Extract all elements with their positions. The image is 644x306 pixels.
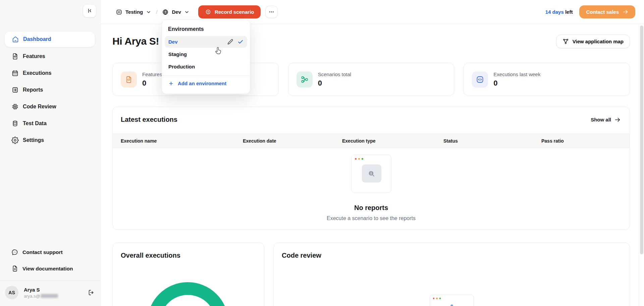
project-selector[interactable]: Testing [116,9,151,15]
contact-sales-button[interactable]: Contact sales [579,5,635,18]
chevron-down-icon [184,9,190,15]
traffic-lights [355,158,363,160]
empty-state: No reports Execute a scenario to see the… [113,148,630,221]
breadcrumb-separator: / [156,9,157,15]
scenario-tree-icon [297,71,313,88]
contact-support-link[interactable]: Contact support [0,244,100,260]
environment-option-label: Staging [168,51,187,57]
footer-link-label: View documentation [22,266,73,272]
sidebar: Dashboard Features Executions Reports [0,0,101,306]
add-environment-label: Add an environment [178,81,226,86]
logout-icon[interactable] [88,289,95,296]
column-header: Status [443,138,541,144]
latest-executions-card: Latest executions Show all Execution nam… [112,107,630,230]
chat-icon [11,249,18,256]
pencil-icon[interactable] [227,39,233,45]
sidebar-item-code-review[interactable]: Code Review [0,98,100,115]
feature-file-icon [121,71,137,88]
page-scrollbar-track[interactable] [639,24,644,306]
illustration-tile [362,164,381,183]
record-scenario-button[interactable]: Record scenario [198,5,261,18]
sidebar-item-reports[interactable]: Reports [0,82,100,98]
sidebar-item-label: Executions [23,70,51,76]
environment-option-dev[interactable]: Dev [165,36,247,48]
latest-executions-header: Latest executions Show all [113,107,630,123]
sidebar-item-label: Code Review [23,104,56,110]
add-environment-button[interactable]: Add an environment [165,76,247,91]
column-header: Pass ratio [541,138,622,144]
code-icon [472,71,488,88]
view-application-map-label: View application map [573,39,624,44]
plus-icon [168,81,174,86]
project-label: Testing [125,9,143,15]
green-dot [362,158,363,160]
green-dot [439,298,441,299]
environment-selector[interactable]: Dev [162,9,190,15]
report-list-icon [11,86,19,94]
show-all-link[interactable]: Show all [591,116,621,123]
sidebar-item-executions[interactable]: Executions [0,65,100,82]
page-scrollbar-thumb[interactable] [640,26,643,254]
ellipsis-icon [268,9,275,15]
sidebar-item-dashboard[interactable]: Dashboard [4,31,95,47]
sidebar-nav: Dashboard Features Executions Reports [0,31,100,149]
code-review-card: Code review [273,243,630,306]
environment-label: Dev [172,9,181,15]
executions-donut-chart [147,282,228,306]
stat-texts: Executions last week 0 [493,71,540,88]
sidebar-item-label: Settings [23,137,44,143]
browser-illustration [430,295,474,306]
dropdown-title: Environments [165,22,247,35]
collapse-sidebar-button[interactable] [83,4,96,17]
chip-icon [11,103,19,110]
column-header: Execution type [342,138,443,144]
avatar: AS [5,286,18,299]
empty-state-title: No reports [354,204,388,212]
empty-state-subtitle: Execute a scenario to see the reports [327,215,416,221]
project-icon [116,9,122,15]
document-icon [11,265,18,272]
view-documentation-link[interactable]: View documentation [0,260,100,277]
collapse-sidebar-icon [87,8,93,14]
globe-icon [162,9,169,15]
stat-label: Executions last week [493,71,540,77]
environment-option-staging[interactable]: Staging [165,48,247,60]
user-profile[interactable]: AS Arya S arya.s@ [0,280,100,306]
application-map-icon [562,38,569,45]
record-icon [205,9,211,15]
sidebar-item-label: Features [23,53,45,59]
sidebar-item-settings[interactable]: Settings [0,132,100,149]
contact-sales-label: Contact sales [586,9,619,15]
sidebar-footer: Contact support View documentation AS Ar… [0,244,100,306]
robot-icon [442,303,461,306]
gear-icon [11,137,19,144]
stat-value: 0 [318,79,351,88]
trial-suffix: left [565,9,573,15]
arrow-right-icon [622,9,629,15]
yellow-dot [436,298,438,299]
home-icon [12,36,19,43]
sidebar-item-label: Reports [23,87,43,93]
view-application-map-button[interactable]: View application map [556,35,630,48]
stat-card-executions: Executions last week 0 [464,63,630,96]
traffic-lights [433,298,441,299]
environment-option-label: Dev [168,39,178,45]
stat-card-scenarios: Scenarios total 0 [288,63,454,96]
user-name: Arya S [24,287,88,293]
yellow-dot [358,158,360,160]
red-dot [355,158,357,160]
trial-days: 14 days [545,9,564,15]
more-options-button[interactable] [265,6,278,18]
feature-file-icon [11,53,19,60]
sidebar-item-test-data[interactable]: Test Data [0,115,100,132]
sidebar-item-features[interactable]: Features [0,48,100,65]
section-title: Latest executions [121,116,177,123]
stat-value: 0 [493,79,540,88]
overall-executions-card: Overall executions [112,243,264,306]
chevron-down-icon [146,9,151,15]
environment-option-production[interactable]: Production [165,61,247,72]
user-email: arya.s@ [24,294,88,299]
column-header: Execution name [121,138,243,144]
sidebar-item-label: Test Data [23,120,47,126]
environment-option-label: Production [168,64,195,69]
